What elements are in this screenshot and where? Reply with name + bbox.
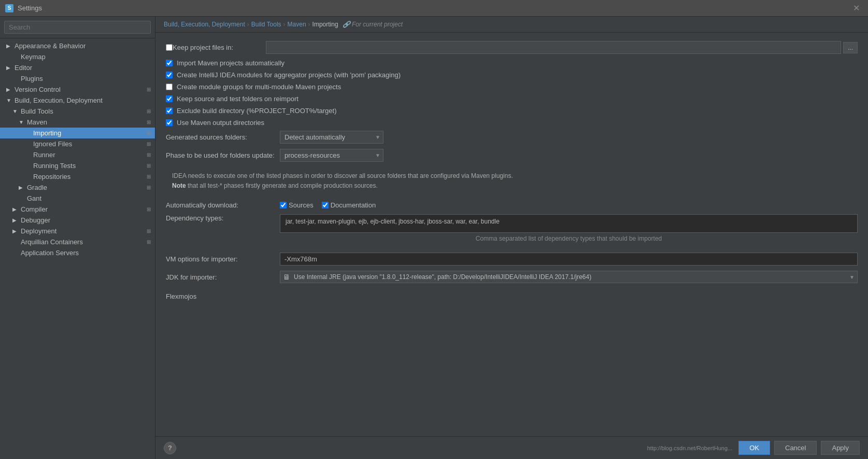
create-intellij-modules-checkbox[interactable] xyxy=(166,72,173,78)
sidebar-item-repositories[interactable]: Repositories ⊞ xyxy=(0,171,155,182)
dependency-types-container: jar, test-jar, maven-plugin, ejb, ejb-cl… xyxy=(280,214,858,247)
jdk-icon: 🖥 xyxy=(283,273,290,281)
sources-checkbox[interactable] xyxy=(280,202,287,208)
sidebar-item-plugins[interactable]: Plugins xyxy=(0,73,155,84)
sidebar-item-deployment[interactable]: ▶ Deployment ⊞ xyxy=(0,226,155,237)
sidebar-item-maven[interactable]: ▼ Maven ⊞ xyxy=(0,117,155,128)
phase-select[interactable]: process-resources generate-sources initi… xyxy=(280,149,383,162)
exclude-build-dir-checkbox[interactable] xyxy=(166,107,173,114)
dependency-types-label: Dependency types: xyxy=(166,214,280,222)
sidebar-item-arquillian-containers[interactable]: Arquillian Containers ⊞ xyxy=(0,237,155,247)
sidebar-item-appearance-behavior[interactable]: ▶ Appearance & Behavior xyxy=(0,40,155,51)
badge-icon: ⊞ xyxy=(147,174,151,179)
dependency-types-row: Dependency types: jar, test-jar, maven-p… xyxy=(166,214,858,247)
auto-download-label: Automatically download: xyxy=(166,201,280,209)
main-panel: Build, Execution, Deployment › Build Too… xyxy=(155,17,868,459)
vm-options-label: VM options for importer: xyxy=(166,255,280,263)
sidebar-item-build-tools[interactable]: ▼ Build Tools ⊞ xyxy=(0,106,155,117)
breadcrumb-tools[interactable]: Build Tools xyxy=(251,21,281,28)
keep-project-files-checkbox[interactable] xyxy=(166,44,173,51)
sidebar-item-label: Arquillian Containers xyxy=(21,238,145,246)
sidebar-item-gradle[interactable]: ▶ Gradle ⊞ xyxy=(0,182,155,193)
exclude-build-dir-label[interactable]: Exclude build directory (%PROJECT_ROOT%/… xyxy=(177,107,336,115)
sidebar: ▶ Appearance & Behavior Keymap ▶ Editor … xyxy=(0,17,155,459)
badge-icon: ⊞ xyxy=(147,130,151,136)
sidebar-item-application-servers[interactable]: Application Servers xyxy=(0,247,155,258)
flexmojos-label: Flexmojos xyxy=(166,293,196,300)
generated-sources-row: Generated sources folders: Detect automa… xyxy=(166,131,858,144)
badge-icon: ⊞ xyxy=(147,152,151,158)
sidebar-item-importing[interactable]: Importing ⊞ xyxy=(0,128,155,138)
sidebar-item-version-control[interactable]: ▶ Version Control ⊞ xyxy=(0,84,155,95)
jdk-row: JDK for importer: 🖥 Use Internal JRE (ja… xyxy=(166,271,858,283)
close-button[interactable]: ✕ xyxy=(850,3,863,13)
arrow-icon: ▼ xyxy=(19,119,25,125)
settings-window: S Settings ✕ ▶ Appearance & Behavior Key… xyxy=(0,0,868,459)
ok-button[interactable]: OK xyxy=(738,441,770,455)
sources-check-label[interactable]: Sources xyxy=(280,201,314,209)
cancel-button[interactable]: Cancel xyxy=(774,441,817,455)
create-intellij-modules-label[interactable]: Create IntelliJ IDEA modules for aggrega… xyxy=(177,71,401,79)
breadcrumb-sep2: › xyxy=(283,21,286,28)
sidebar-item-label: Plugins xyxy=(21,75,151,82)
content-area: ▶ Appearance & Behavior Keymap ▶ Editor … xyxy=(0,17,868,459)
sidebar-item-running-tests[interactable]: Running Tests ⊞ xyxy=(0,160,155,171)
vm-options-input[interactable] xyxy=(280,253,858,266)
sidebar-item-label: Gradle xyxy=(27,184,145,191)
browse-button[interactable]: ... xyxy=(843,42,858,53)
search-input[interactable] xyxy=(4,21,151,34)
arrow-icon: ▼ xyxy=(6,98,12,103)
breadcrumb-sep1: › xyxy=(247,21,249,28)
documentation-check-label[interactable]: Documentation xyxy=(322,201,376,209)
use-maven-output-label[interactable]: Use Maven output directories xyxy=(177,119,264,127)
arrow-icon: ▼ xyxy=(12,108,19,114)
sidebar-item-label: Keymap xyxy=(21,53,151,61)
phase-hint-line1: IDEA needs to execute one of the listed … xyxy=(172,172,513,179)
phase-hint-rest: that all test-* phases firstly generate … xyxy=(186,182,378,189)
keep-project-files-row: Keep project files in: ... xyxy=(166,41,858,54)
import-maven-auto-label[interactable]: Import Maven projects automatically xyxy=(177,59,284,67)
keep-project-files-input[interactable] xyxy=(266,41,841,54)
keep-source-folders-label[interactable]: Keep source and test folders on reimport xyxy=(177,95,298,103)
use-maven-output-row: Use Maven output directories xyxy=(166,119,858,127)
sidebar-item-label: Build, Execution, Deployment xyxy=(15,96,151,104)
breadcrumb-maven[interactable]: Maven xyxy=(288,21,306,28)
import-maven-auto-checkbox[interactable] xyxy=(166,60,173,66)
sidebar-item-build-execution-deployment[interactable]: ▼ Build, Execution, Deployment xyxy=(0,95,155,106)
sidebar-item-editor[interactable]: ▶ Editor xyxy=(0,62,155,73)
breadcrumb-current: Importing xyxy=(312,21,338,28)
import-maven-auto-row: Import Maven projects automatically xyxy=(166,59,858,67)
sidebar-item-label: Editor xyxy=(15,64,151,72)
sidebar-item-debugger[interactable]: ▶ Debugger xyxy=(0,215,155,226)
breadcrumb-build[interactable]: Build, Execution, Deployment xyxy=(164,21,245,28)
help-button[interactable]: ? xyxy=(164,442,176,454)
sidebar-item-gant[interactable]: Gant xyxy=(0,193,155,204)
phase-hint-bold: Note xyxy=(172,182,186,189)
apply-button[interactable]: Apply xyxy=(821,441,860,455)
use-maven-output-checkbox[interactable] xyxy=(166,119,173,126)
sidebar-tree: ▶ Appearance & Behavior Keymap ▶ Editor … xyxy=(0,38,155,459)
jdk-select[interactable]: Use Internal JRE (java version "1.8.0_11… xyxy=(280,271,858,283)
sidebar-item-keymap[interactable]: Keymap xyxy=(0,51,155,62)
phase-row: Phase to be used for folders update: pro… xyxy=(166,149,858,162)
create-module-groups-checkbox[interactable] xyxy=(166,84,173,90)
documentation-checkbox[interactable] xyxy=(322,202,329,208)
sidebar-item-label: Deployment xyxy=(21,227,145,235)
generated-sources-select[interactable]: Detect automatically Generate sources ro… xyxy=(280,131,383,144)
search-box xyxy=(0,17,155,38)
documentation-label: Documentation xyxy=(331,201,376,209)
badge-icon: ⊞ xyxy=(147,239,151,245)
dependency-types-hint: Comma separated list of dependency types… xyxy=(280,235,858,242)
badge-icon: ⊞ xyxy=(147,87,151,92)
sidebar-item-runner[interactable]: Runner ⊞ xyxy=(0,149,155,160)
sidebar-item-compiler[interactable]: ▶ Compiler ⊞ xyxy=(0,204,155,215)
sidebar-item-ignored-files[interactable]: Ignored Files ⊞ xyxy=(0,138,155,149)
action-buttons: OK Cancel Apply xyxy=(738,441,860,455)
badge-icon: ⊞ xyxy=(147,141,151,147)
keep-project-files-label[interactable]: Keep project files in: xyxy=(173,44,266,51)
badge-icon: ⊞ xyxy=(147,185,151,190)
create-module-groups-label[interactable]: Create module groups for multi-module Ma… xyxy=(177,83,341,91)
phase-combo-wrap: process-resources generate-sources initi… xyxy=(280,149,383,162)
keep-source-folders-checkbox[interactable] xyxy=(166,95,173,102)
sidebar-item-label: Debugger xyxy=(21,216,151,224)
